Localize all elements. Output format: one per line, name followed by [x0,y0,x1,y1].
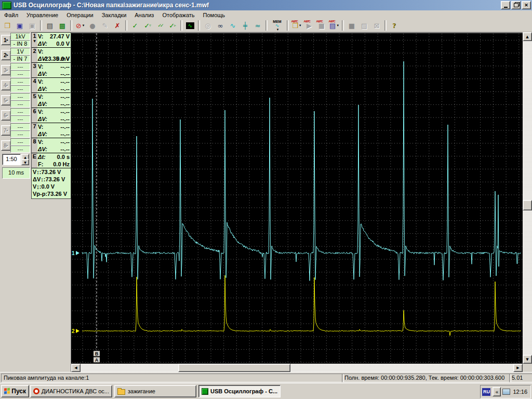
toolbar-stop-acquisition-button[interactable]: ⊘▾ [74,20,86,31]
taskbar-task-diagnostika[interactable]: ДИАГНОСТИКА ДВС ос... [30,385,112,397]
channel-6-button[interactable]: 6▸ [1,110,11,121]
channel-3-input-field[interactable]: --- [10,70,30,77]
toolbar-xy-mode-button[interactable]: ∿ [184,20,196,31]
minimize-button[interactable] [501,1,510,9]
menu-item-bookmarks[interactable]: Закладки [98,11,131,19]
scroll-right-button[interactable]: ▶ [513,364,523,372]
scroll-down-button[interactable]: ▼ [523,355,532,364]
timebase-field[interactable]: 10 ms [2,167,30,179]
tray-collapse-button[interactable]: « [493,387,501,396]
toolbar-region-pattern-button[interactable]: ▨ [358,20,370,31]
channel-5-arrow-icon: ▸ [7,98,9,102]
toolbar-save-fragment-button[interactable]: ▣ [26,20,38,31]
channel-1-range-field[interactable]: 1kV [10,33,30,40]
close-button[interactable]: ✕ [522,1,531,9]
delta-voltage-value: --.-- [60,70,70,77]
channel-4-range-field[interactable]: --- [10,78,30,85]
channel-6-arrow-icon: ▸ [7,113,9,117]
channel-6-range-field[interactable]: --- [10,108,30,115]
menu-item-analysis[interactable]: Анализ [130,11,158,19]
channel-1-number: 1▼ [32,33,37,47]
channel-3-range-field[interactable]: --- [10,63,30,70]
toolbar-edit-erase-button[interactable]: ✎ [99,20,111,31]
channel-5-range-field[interactable]: --- [10,93,30,100]
toolbar-verify-all-button[interactable]: ✓✓ [154,20,166,31]
channel-3-info: 3V:--.--ΔV:--.-- [32,63,71,78]
channel-2-button[interactable]: 2▸ [1,50,11,60]
channel-5-button[interactable]: 5▸ [1,95,11,105]
language-indicator[interactable]: RU [482,388,490,396]
scale-spinner[interactable]: 1:50 [2,154,21,165]
channel-5-delta-line: ΔV:--.-- [38,100,70,108]
oscilloscope-display[interactable]: 12BA [71,32,523,364]
channel-2-input-field[interactable]: - IN 7 [10,55,30,62]
channel-4-button[interactable]: 4▸ [1,80,11,90]
channel-4-input-field[interactable]: --- [10,85,30,92]
channel-7-button[interactable]: 7▸ [1,125,11,136]
toolbar-macro-stop-button[interactable]: A:B*C■ [316,20,328,31]
taskbar-task-usb-oscillograph[interactable]: USB Осциллограф - С... [198,385,281,397]
toolbar-separator [342,20,344,31]
horizontal-scroll-thumb[interactable] [178,364,290,372]
toolbar-region-select-button[interactable]: ■ [346,20,358,31]
taskbar-clock[interactable]: 12:16 [513,389,529,395]
toolbar-save-file-button[interactable]: ▣ [14,20,26,31]
toolbar-verify-forward-button[interactable]: ✓▹ [167,20,179,31]
scroll-left-button[interactable]: ◀ [71,364,81,372]
channel-1-info: 1▼V:27.47 VΔV:0.0 V [32,33,71,48]
toolbar-memory-button[interactable]: MEM∿▾ [270,20,285,31]
channel-8-range-field[interactable]: --- [10,138,30,145]
toolbar-macro-open-button[interactable]: A:B*C❒▾ [291,20,303,31]
channel-7-range-field[interactable]: --- [10,123,30,130]
toolbar-region-clear-button[interactable]: ⊠ [371,20,383,31]
waveform-svg[interactable]: 12BA [71,32,523,364]
channel-5-info: 5V:--.--ΔV:--.-- [32,93,71,108]
toolbar-help-button[interactable]: ? [389,20,401,31]
toolbar-macro-play-button[interactable]: A:B*C▶ [303,20,315,31]
vertical-scroll-thumb[interactable] [523,200,532,210]
toolbar-vertical-markers-button[interactable]: ╪ [240,20,251,31]
menu-item-file[interactable]: Файл [0,11,22,19]
channel-8-input-field[interactable]: --- [10,145,30,153]
menu-item-operations[interactable]: Операции [62,11,97,19]
voltage-label: V: [38,33,43,40]
toolbar-open-file-button[interactable]: ❒ [2,20,14,31]
channel-8-button[interactable]: 8▸ [1,140,11,151]
channel-2-range-field[interactable]: 1V [10,48,30,55]
toolbar-save-screen-button[interactable]: ▩ [57,20,69,31]
channel-6-input-field[interactable]: --- [10,115,30,123]
menu-item-help[interactable]: Помощь [199,11,230,19]
toolbar-record-button[interactable]: ● [87,20,99,31]
menu-item-display[interactable]: Отображать [158,11,198,19]
scale-down-button[interactable]: ▼ [21,159,29,165]
macro-open-badge: A:B*C [291,20,298,23]
channel-8-voltage-line: V:--.-- [38,138,70,145]
channel-3-button[interactable]: 3▸ [1,65,11,75]
channel-1-button[interactable]: 1▸ [1,35,11,45]
channel-5-input-field[interactable]: --- [10,100,30,108]
taskbar-task-zazhiganie[interactable]: зажигание [114,385,196,397]
channel-7-arrow-icon: ▸ [7,128,9,132]
toolbar-zoom-lens-button[interactable]: ◎ [202,20,214,31]
vertical-scrollbar[interactable]: ▲ ▼ [523,32,532,364]
toolbar-wave-measure-button[interactable]: ≈ [252,20,264,31]
status-message: Пиковая амплитуда на канале:1 [1,374,344,382]
start-button[interactable]: Пуск [1,385,29,397]
toolbar-delete-fragment-button[interactable]: ✗ [112,20,124,31]
menu-item-control[interactable]: Управление [22,11,62,19]
toolbar-print-button[interactable]: ▤ [44,20,56,31]
title-bar[interactable]: USB Осциллограф - C:\Новая папка\зажиган… [0,0,532,10]
toolbar-verify-button[interactable]: ✓ [129,20,141,31]
toolbar-macro-panel-button[interactable]: A:B*C▤▾ [328,20,340,31]
toolbar-fit-amplitude-button[interactable]: ∿ [227,20,239,31]
channel-7-input-field[interactable]: --- [10,130,30,138]
network-icon[interactable] [502,389,510,395]
task-label: ДИАГНОСТИКА ДВС ос... [42,388,109,394]
toolbar-verify-next-button[interactable]: ✓▿ [142,20,154,31]
channel-1-input-field[interactable]: - IN 8 [10,40,30,47]
toolbar-search-button[interactable]: ∞ [215,20,227,31]
scroll-up-button[interactable]: ▲ [523,32,532,41]
horizontal-scrollbar[interactable]: ◀ ▶ [71,364,523,372]
frequency-value: 0.0 Hz [53,161,70,168]
restore-button[interactable] [511,1,521,9]
